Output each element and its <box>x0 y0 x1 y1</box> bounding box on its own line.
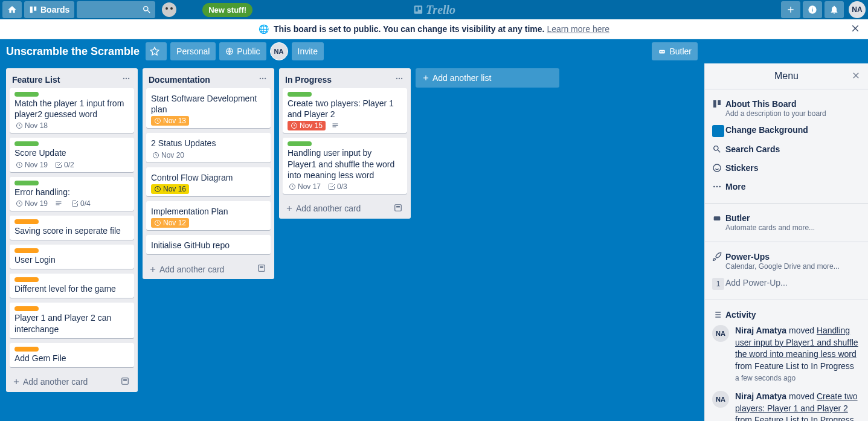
menu-about[interactable]: About This BoardAdd a description to you… <box>712 95 861 121</box>
star-button[interactable] <box>146 42 167 60</box>
trello-logo[interactable]: Trello <box>413 3 455 17</box>
menu-close[interactable] <box>851 71 861 83</box>
card[interactable]: 2 Status UpdatesNov 20 <box>146 133 271 162</box>
personal-button[interactable]: Personal <box>170 42 216 60</box>
new-stuff-badge[interactable]: New stuff! <box>202 3 252 17</box>
label-green[interactable] <box>288 92 312 97</box>
banner-text: This board is set to public. You can cha… <box>274 24 544 34</box>
activity-rest: from Feature List to In Progress <box>735 415 854 421</box>
label-orange[interactable] <box>14 248 39 253</box>
menu-butler[interactable]: ButlerAutomate cards and more... <box>712 210 861 236</box>
due-badge: Nov 19 <box>14 160 49 170</box>
add-card-button[interactable]: Add another card <box>279 199 411 219</box>
activity-time: a few seconds ago <box>735 373 861 384</box>
visibility-banner: 🌐 This board is set to public. You can c… <box>0 19 868 39</box>
card[interactable]: Score UpdateNov 190/2 <box>10 138 134 172</box>
activity-action: moved <box>786 326 817 335</box>
sticker-icon <box>712 163 722 173</box>
card[interactable]: Implementation PlanNov 12 <box>146 201 271 230</box>
card[interactable]: User Login <box>10 245 134 269</box>
card[interactable]: Start Software Development planNov 13 <box>146 88 271 128</box>
list-menu-button[interactable] <box>257 73 268 86</box>
svg-rect-43 <box>718 100 721 105</box>
due-badge: Nov 15 <box>288 121 326 130</box>
add-button[interactable] <box>781 1 800 18</box>
menu-add-powerup[interactable]: 1Add Power-Up... <box>712 274 861 294</box>
svg-rect-20 <box>56 204 60 205</box>
template-button[interactable] <box>257 264 268 274</box>
menu-background[interactable]: Change Background <box>712 121 861 141</box>
banner-link[interactable]: Learn more here <box>547 24 609 34</box>
activity-avatar[interactable]: NA <box>712 325 729 342</box>
label-orange[interactable] <box>14 219 39 224</box>
card[interactable]: Handling user input by Player1 and shuff… <box>283 138 407 194</box>
banner-close[interactable] <box>850 23 861 36</box>
list: In ProgressCreate two players: Player 1 … <box>279 68 411 219</box>
card[interactable]: Create two players: Player 1 and Player … <box>283 88 407 133</box>
home-button[interactable] <box>2 1 22 18</box>
add-card-button[interactable]: Add another card <box>143 259 274 279</box>
invite-button[interactable]: Invite <box>292 42 324 60</box>
notifications-button[interactable] <box>825 1 844 18</box>
search-input[interactable] <box>77 1 155 18</box>
list-menu-button[interactable] <box>121 73 132 86</box>
card[interactable]: Player 1 and Player 2 can interchange <box>10 303 134 338</box>
menu-search[interactable]: Search Cards <box>712 141 861 159</box>
svg-rect-38 <box>333 127 336 127</box>
label-orange[interactable] <box>14 277 39 282</box>
card-title: Error handling: <box>14 187 129 198</box>
butler-button[interactable]: Butler <box>652 42 698 60</box>
checklist-badge: 0/4 <box>70 199 92 208</box>
butler-icon <box>658 47 666 56</box>
label-orange[interactable] <box>14 306 39 311</box>
label-green[interactable] <box>288 141 312 146</box>
due-badge: Nov 16 <box>151 184 189 194</box>
list-title[interactable]: In Progress <box>285 75 394 85</box>
activity-avatar[interactable]: NA <box>712 391 729 408</box>
activity-item: NANiraj Amatya moved Create two players:… <box>712 391 861 421</box>
menu-more[interactable]: More <box>712 178 861 197</box>
boards-icon <box>29 5 37 14</box>
svg-point-14 <box>128 78 129 79</box>
info-button[interactable] <box>803 1 822 18</box>
label-green[interactable] <box>14 92 39 97</box>
template-icon <box>257 264 266 272</box>
list-title[interactable]: Documentation <box>149 75 257 85</box>
list-title[interactable]: Feature List <box>12 75 121 85</box>
add-card-button[interactable]: Add another card <box>6 372 138 392</box>
plus-icon <box>285 204 294 213</box>
menu-stickers[interactable]: Stickers <box>712 159 861 178</box>
svg-rect-22 <box>123 379 127 381</box>
background-thumb <box>712 125 724 137</box>
search-icon <box>712 144 722 154</box>
user-avatar[interactable]: NA <box>849 1 866 18</box>
card[interactable]: Control Flow DiagramNov 16 <box>146 167 271 196</box>
card[interactable]: Different level for the game <box>10 274 134 298</box>
add-list-button[interactable]: Add another list <box>416 68 559 88</box>
list-menu-button[interactable] <box>394 73 405 86</box>
label-orange[interactable] <box>14 347 39 352</box>
boards-label: Boards <box>40 5 69 14</box>
plus-icon <box>422 74 430 82</box>
label-green[interactable] <box>14 141 39 146</box>
card[interactable]: Initialise GitHub repo <box>146 235 271 254</box>
boards-button[interactable]: Boards <box>24 1 74 18</box>
card[interactable]: Saving score in seperate file <box>10 216 134 240</box>
card[interactable]: Add Gem File <box>10 343 134 367</box>
card[interactable]: Error handling:Nov 190/4 <box>10 177 134 211</box>
activity-action: moved <box>786 391 817 401</box>
template-button[interactable] <box>121 377 132 387</box>
svg-point-10 <box>661 51 662 53</box>
template-button[interactable] <box>394 204 405 214</box>
board-canvas: Feature ListMatch the player 1 input fro… <box>0 63 704 421</box>
top-header: Boards New stuff! Trello NA <box>0 0 868 19</box>
card-title: Control Flow Diagram <box>151 172 266 183</box>
member-avatar[interactable]: NA <box>270 42 288 60</box>
public-button[interactable]: Public <box>219 42 266 60</box>
activity-user: Niraj Amatya <box>735 326 786 335</box>
card[interactable]: Match the player 1 input from player2 gu… <box>10 88 134 133</box>
label-green[interactable] <box>14 181 39 185</box>
menu-powerups[interactable]: Power-UpsCalendar, Google Drive and more… <box>712 248 861 274</box>
board-name[interactable]: Unscramble the Scramble <box>6 45 140 58</box>
card-title: 2 Status Updates <box>151 138 266 149</box>
